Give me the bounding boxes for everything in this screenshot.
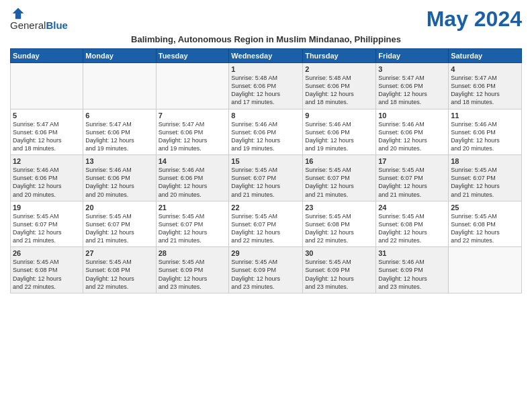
day-number: 1 <box>231 65 300 73</box>
day-info: Sunrise: 5:45 AMSunset: 6:09 PMDaylight:… <box>305 258 373 291</box>
day-number: 2 <box>305 65 373 73</box>
day-cell: 26Sunrise: 5:45 AMSunset: 6:08 PMDayligh… <box>11 247 83 293</box>
day-number: 12 <box>13 157 81 165</box>
day-cell: 7Sunrise: 5:47 AMSunset: 6:06 PMDaylight… <box>156 109 229 155</box>
col-monday: Monday <box>83 49 156 63</box>
day-info: Sunrise: 5:46 AMSunset: 6:06 PMDaylight:… <box>13 166 81 199</box>
day-info: Sunrise: 5:45 AMSunset: 6:07 PMDaylight:… <box>451 166 519 199</box>
day-number: 22 <box>231 203 300 212</box>
day-number: 5 <box>13 111 81 120</box>
day-info: Sunrise: 5:45 AMSunset: 6:07 PMDaylight:… <box>159 212 227 245</box>
calendar-header: Sunday Monday Tuesday Wednesday Thursday… <box>11 49 522 63</box>
header-row: Sunday Monday Tuesday Wednesday Thursday… <box>11 49 522 63</box>
day-info: Sunrise: 5:45 AMSunset: 6:07 PMDaylight:… <box>85 212 153 245</box>
day-cell: 3Sunrise: 5:47 AMSunset: 6:06 PMDaylight… <box>376 63 449 109</box>
day-cell: 11Sunrise: 5:46 AMSunset: 6:06 PMDayligh… <box>449 109 522 155</box>
day-info: Sunrise: 5:45 AMSunset: 6:07 PMDaylight:… <box>231 212 300 245</box>
day-cell: 20Sunrise: 5:45 AMSunset: 6:07 PMDayligh… <box>83 201 156 247</box>
day-info: Sunrise: 5:46 AMSunset: 6:06 PMDaylight:… <box>159 166 227 199</box>
day-info: Sunrise: 5:47 AMSunset: 6:06 PMDaylight:… <box>85 120 153 153</box>
day-cell: 1Sunrise: 5:48 AMSunset: 6:06 PMDaylight… <box>229 63 303 109</box>
day-cell: 5Sunrise: 5:47 AMSunset: 6:06 PMDaylight… <box>11 109 83 155</box>
day-info: Sunrise: 5:48 AMSunset: 6:06 PMDaylight:… <box>231 74 300 107</box>
day-cell <box>156 63 229 109</box>
subtitle: Balimbing, Autonomous Region in Muslim M… <box>10 34 522 44</box>
day-number: 3 <box>378 65 446 73</box>
day-cell: 2Sunrise: 5:48 AMSunset: 6:06 PMDaylight… <box>303 63 376 109</box>
logo-blue: Blue <box>46 19 68 31</box>
day-cell <box>11 63 83 109</box>
day-info: Sunrise: 5:47 AMSunset: 6:06 PMDaylight:… <box>159 120 227 153</box>
day-info: Sunrise: 5:45 AMSunset: 6:07 PMDaylight:… <box>378 166 446 199</box>
week-row-3: 12Sunrise: 5:46 AMSunset: 6:06 PMDayligh… <box>11 155 522 201</box>
day-cell <box>449 247 522 293</box>
day-cell: 22Sunrise: 5:45 AMSunset: 6:07 PMDayligh… <box>229 201 303 247</box>
day-info: Sunrise: 5:48 AMSunset: 6:06 PMDaylight:… <box>305 74 373 107</box>
day-cell: 28Sunrise: 5:45 AMSunset: 6:09 PMDayligh… <box>156 247 229 293</box>
day-info: Sunrise: 5:45 AMSunset: 6:08 PMDaylight:… <box>378 212 446 245</box>
day-number: 20 <box>85 203 153 212</box>
day-cell: 8Sunrise: 5:46 AMSunset: 6:06 PMDaylight… <box>229 109 303 155</box>
col-saturday: Saturday <box>449 49 522 63</box>
day-cell <box>83 63 156 109</box>
day-info: Sunrise: 5:47 AMSunset: 6:06 PMDaylight:… <box>378 74 446 107</box>
day-info: Sunrise: 5:45 AMSunset: 6:09 PMDaylight:… <box>231 258 300 291</box>
logo: GeneralBlue <box>10 7 68 32</box>
day-cell: 6Sunrise: 5:47 AMSunset: 6:06 PMDaylight… <box>83 109 156 155</box>
day-info: Sunrise: 5:47 AMSunset: 6:06 PMDaylight:… <box>13 120 81 153</box>
day-cell: 24Sunrise: 5:45 AMSunset: 6:08 PMDayligh… <box>376 201 449 247</box>
day-number: 26 <box>13 249 81 257</box>
day-number: 14 <box>159 157 227 165</box>
day-cell: 14Sunrise: 5:46 AMSunset: 6:06 PMDayligh… <box>156 155 229 201</box>
week-row-2: 5Sunrise: 5:47 AMSunset: 6:06 PMDaylight… <box>11 109 522 155</box>
day-number: 19 <box>13 203 81 212</box>
day-number: 30 <box>305 249 373 257</box>
day-info: Sunrise: 5:47 AMSunset: 6:06 PMDaylight:… <box>451 74 519 107</box>
day-info: Sunrise: 5:46 AMSunset: 6:09 PMDaylight:… <box>378 258 446 291</box>
day-cell: 16Sunrise: 5:45 AMSunset: 6:07 PMDayligh… <box>303 155 376 201</box>
day-info: Sunrise: 5:45 AMSunset: 6:07 PMDaylight:… <box>231 166 300 199</box>
day-number: 23 <box>305 203 373 212</box>
month-title: May 2024 <box>427 7 522 32</box>
calendar: Sunday Monday Tuesday Wednesday Thursday… <box>10 48 522 293</box>
day-cell: 31Sunrise: 5:46 AMSunset: 6:09 PMDayligh… <box>376 247 449 293</box>
week-row-1: 1Sunrise: 5:48 AMSunset: 6:06 PMDaylight… <box>11 63 522 109</box>
day-number: 18 <box>451 157 519 165</box>
day-cell: 12Sunrise: 5:46 AMSunset: 6:06 PMDayligh… <box>11 155 83 201</box>
day-info: Sunrise: 5:46 AMSunset: 6:06 PMDaylight:… <box>378 120 446 153</box>
day-number: 25 <box>451 203 519 212</box>
day-cell: 23Sunrise: 5:45 AMSunset: 6:08 PMDayligh… <box>303 201 376 247</box>
logo-general: General <box>10 19 46 31</box>
day-cell: 30Sunrise: 5:45 AMSunset: 6:09 PMDayligh… <box>303 247 376 293</box>
page: GeneralBlue May 2024 Balimbing, Autonomo… <box>0 0 532 411</box>
col-thursday: Thursday <box>303 49 376 63</box>
day-number: 15 <box>231 157 300 165</box>
day-cell: 17Sunrise: 5:45 AMSunset: 6:07 PMDayligh… <box>376 155 449 201</box>
day-number: 9 <box>305 111 373 120</box>
week-row-5: 26Sunrise: 5:45 AMSunset: 6:08 PMDayligh… <box>11 247 522 293</box>
day-info: Sunrise: 5:45 AMSunset: 6:07 PMDaylight:… <box>13 212 81 245</box>
day-number: 24 <box>378 203 446 212</box>
day-info: Sunrise: 5:45 AMSunset: 6:07 PMDaylight:… <box>305 166 373 199</box>
day-info: Sunrise: 5:45 AMSunset: 6:08 PMDaylight:… <box>85 258 153 291</box>
day-cell: 10Sunrise: 5:46 AMSunset: 6:06 PMDayligh… <box>376 109 449 155</box>
day-cell: 27Sunrise: 5:45 AMSunset: 6:08 PMDayligh… <box>83 247 156 293</box>
day-number: 11 <box>451 111 519 120</box>
day-info: Sunrise: 5:46 AMSunset: 6:06 PMDaylight:… <box>451 120 519 153</box>
col-tuesday: Tuesday <box>156 49 229 63</box>
day-number: 21 <box>159 203 227 212</box>
day-cell: 18Sunrise: 5:45 AMSunset: 6:07 PMDayligh… <box>449 155 522 201</box>
day-number: 27 <box>85 249 153 257</box>
day-number: 28 <box>159 249 227 257</box>
col-friday: Friday <box>376 49 449 63</box>
day-number: 13 <box>85 157 153 165</box>
day-info: Sunrise: 5:45 AMSunset: 6:08 PMDaylight:… <box>13 258 81 291</box>
day-info: Sunrise: 5:46 AMSunset: 6:06 PMDaylight:… <box>305 120 373 153</box>
day-number: 16 <box>305 157 373 165</box>
day-info: Sunrise: 5:45 AMSunset: 6:09 PMDaylight:… <box>159 258 227 291</box>
day-info: Sunrise: 5:45 AMSunset: 6:08 PMDaylight:… <box>305 212 373 245</box>
day-cell: 15Sunrise: 5:45 AMSunset: 6:07 PMDayligh… <box>229 155 303 201</box>
col-sunday: Sunday <box>11 49 83 63</box>
day-cell: 21Sunrise: 5:45 AMSunset: 6:07 PMDayligh… <box>156 201 229 247</box>
day-number: 31 <box>378 249 446 257</box>
